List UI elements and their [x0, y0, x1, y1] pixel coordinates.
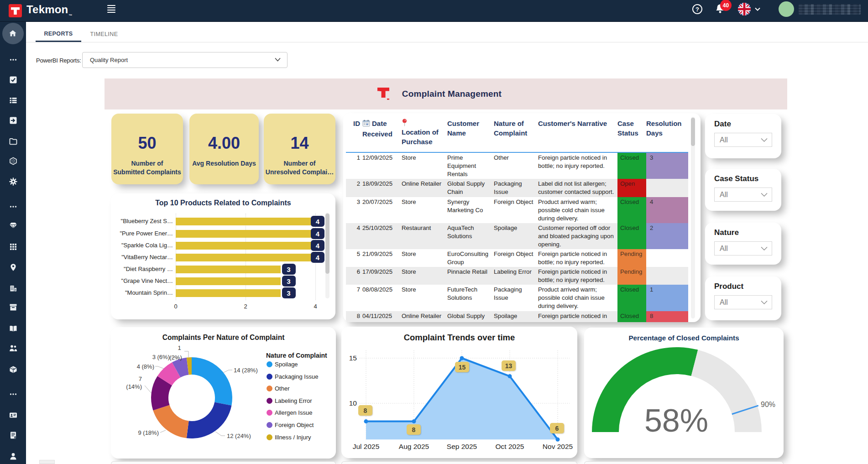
col-header-narrative[interactable]: Customer's Narrative — [538, 119, 617, 152]
cell-customer: Global Supply Chain — [447, 179, 494, 197]
sidebar-item-arrow-box[interactable] — [0, 113, 26, 128]
notifications-bell-icon[interactable]: 40 — [715, 3, 726, 15]
line-svg — [341, 327, 577, 458]
table-row[interactable]: 521/09/2025StoreEuroConsulting GroupFore… — [346, 249, 688, 267]
data-point[interactable] — [460, 356, 464, 360]
language-selector[interactable] — [737, 2, 760, 16]
sidebar-item-gear[interactable] — [0, 174, 26, 189]
bar[interactable] — [176, 277, 281, 285]
donut-slice-spoilage[interactable] — [192, 357, 232, 406]
donut-data-label: 3 (6%) — [152, 354, 170, 360]
donut-label-leader — [160, 430, 166, 433]
cell-days: 3 — [646, 152, 688, 179]
legend-item[interactable]: Foreign Object — [267, 422, 314, 428]
sidebar-item-box[interactable] — [0, 362, 26, 377]
filter-title: Nature — [714, 228, 739, 237]
sidebar-item-id-card[interactable] — [0, 407, 26, 423]
table-row[interactable]: 804/11/2025Online RetailerGlobal Supply … — [346, 311, 688, 322]
col-header-days[interactable]: Resolution Days — [646, 119, 688, 152]
table-header-row: ID Date Received Location of Purchase Cu… — [346, 119, 688, 152]
line-value-label: 8 — [407, 424, 421, 435]
brand-name[interactable]: Tekmon™ — [26, 3, 73, 18]
sidebar-item-archive[interactable] — [0, 299, 26, 315]
sidebar-item-check-square[interactable] — [0, 72, 26, 88]
bar[interactable] — [176, 254, 315, 261]
table-row[interactable]: 112/09/2025StorePrime Equipment RentalsO… — [346, 152, 688, 179]
col-header-id[interactable]: ID — [346, 119, 362, 152]
tab-timeline[interactable]: TIMELINE — [90, 26, 118, 42]
sidebar-item-list[interactable] — [0, 93, 26, 108]
bar[interactable] — [176, 218, 315, 225]
filter-dropdown[interactable]: All — [714, 188, 772, 202]
bar[interactable] — [176, 289, 281, 297]
cell-narrative: Product arrived warm; possible cold chai… — [538, 197, 617, 223]
sidebar-item-people[interactable] — [0, 340, 26, 356]
cell-days: 2 — [646, 223, 688, 249]
user-account[interactable] — [779, 1, 861, 17]
col-header-nature[interactable]: Nature of Complaint — [494, 119, 538, 152]
col-header-customer[interactable]: Customer Name — [447, 119, 494, 152]
tekmon-logo-icon[interactable] — [9, 4, 22, 17]
chevron-down-icon — [755, 7, 760, 11]
sidebar-item-diamond[interactable] — [0, 218, 26, 233]
cell-location: Store — [402, 267, 447, 285]
sidebar-item-ellipsis[interactable] — [0, 386, 26, 402]
report-select-value: Quality Report — [90, 57, 128, 63]
col-header-status[interactable]: Case Status — [617, 119, 646, 152]
bar[interactable] — [176, 242, 315, 250]
sidebar-item-person[interactable] — [0, 448, 26, 464]
filter-dropdown[interactable]: All — [714, 295, 772, 309]
table-row[interactable]: 708/08/2025StoreFutureTech SolutionsPack… — [346, 285, 688, 311]
bar[interactable] — [176, 266, 281, 273]
table-scrollbar-track[interactable] — [691, 117, 695, 318]
cell-nature: Labeling Error — [494, 267, 538, 285]
help-icon[interactable]: ? — [692, 4, 703, 15]
legend-label: Spoilage — [275, 361, 298, 368]
sidebar-item-grid[interactable] — [0, 239, 26, 255]
sidebar-item-folder[interactable] — [0, 134, 26, 149]
table-row[interactable]: 425/10/2025RestaurantAquaTech SolutionsS… — [346, 223, 688, 249]
sidebar-item-pin[interactable] — [0, 260, 26, 275]
sidebar-item-doc[interactable] — [0, 428, 26, 443]
report-select-dropdown[interactable]: Quality Report — [82, 52, 288, 68]
cell-nature: Foreign Object — [494, 197, 538, 223]
table-scrollbar-thumb[interactable] — [691, 118, 695, 146]
col-header-date[interactable]: Date Received — [362, 119, 402, 152]
table-row[interactable]: 218/09/2025Online RetailerGlobal Supply … — [346, 179, 688, 197]
cell-customer: Prime Equipment Rentals — [447, 152, 494, 179]
data-point[interactable] — [412, 419, 416, 423]
donut-data-label: (14%) — [126, 383, 142, 390]
donut-legend-title: Nature of Complaint — [266, 352, 327, 359]
menu-hamburger-icon[interactable] — [107, 5, 115, 13]
filter-dropdown[interactable]: All — [714, 133, 772, 147]
legend-dot — [267, 422, 272, 428]
sidebar-item-building[interactable] — [0, 280, 26, 296]
tab-reports[interactable]: REPORTS — [36, 26, 81, 42]
table-row[interactable]: 617/09/2025StorePinnacle RetailLabeling … — [346, 267, 688, 285]
sidebar-item-book[interactable] — [0, 321, 26, 336]
gauge-chart-plot: 90%58% — [584, 328, 784, 458]
legend-item[interactable]: Spoilage — [267, 361, 298, 368]
filter-dropdown[interactable]: All — [714, 241, 772, 255]
donut-slice-packaging-issue[interactable] — [187, 402, 232, 438]
chevron-down-icon — [275, 57, 281, 62]
data-point[interactable] — [556, 438, 560, 442]
sidebar-item-ellipsis[interactable] — [0, 52, 26, 68]
col-header-location[interactable]: Location of Purchase — [402, 119, 447, 152]
donut-label-leader — [215, 432, 225, 436]
legend-item[interactable]: Allergen Issue — [267, 409, 312, 416]
bar-x-tick-label: 2 — [244, 303, 247, 310]
legend-item[interactable]: Other — [267, 385, 290, 392]
bar-chart-scrollbar-thumb[interactable] — [325, 214, 329, 274]
data-point[interactable] — [508, 374, 512, 378]
data-point[interactable] — [364, 419, 368, 423]
bar[interactable] — [176, 230, 315, 238]
cell-id: 4 — [346, 223, 362, 249]
sidebar-item-cube[interactable] — [0, 153, 26, 169]
table-row[interactable]: 320/07/2025StoreSynergy Marketing CoFore… — [346, 197, 688, 223]
sidebar-item-home-active[interactable] — [0, 29, 26, 45]
legend-item[interactable]: Labeling Error — [267, 397, 312, 404]
legend-item[interactable]: Packaging Issue — [267, 373, 318, 380]
sidebar-item-ellipsis[interactable] — [0, 199, 26, 214]
legend-item[interactable]: Illness / Injury — [267, 434, 311, 441]
